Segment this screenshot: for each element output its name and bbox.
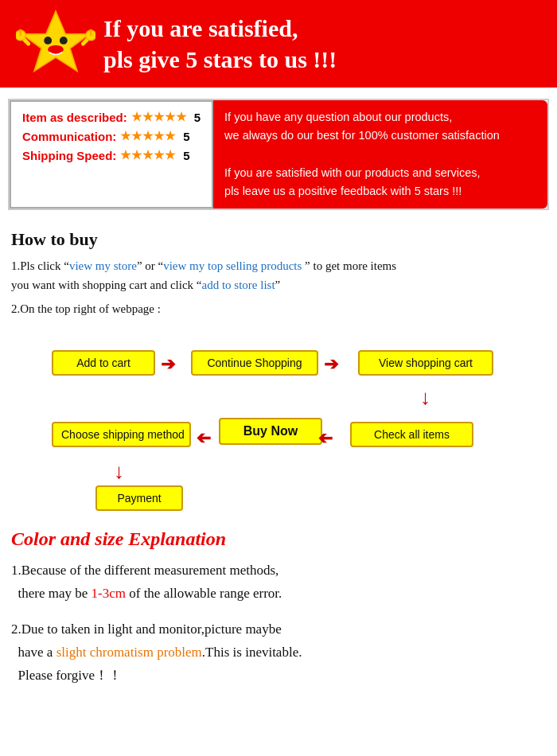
svg-marker-0 <box>21 11 89 71</box>
how-to-buy-step2: 2.On the top right of webpage : <box>11 299 546 318</box>
btn-buy-now[interactable]: Buy Now <box>219 418 322 445</box>
measurement-range: 1-3cm <box>92 586 126 601</box>
link-add-store-list[interactable]: add to store list <box>202 279 275 291</box>
link-top-selling[interactable]: view my top selling products <box>163 259 302 272</box>
feedback-line4: pls leave us a positive feedback with 5 … <box>224 182 536 201</box>
btn-view-cart[interactable]: View shopping cart <box>358 350 493 376</box>
how-to-buy-title: How to buy <box>11 229 546 250</box>
rating-num-communication: 5 <box>183 130 189 143</box>
feedback-line2: we always do our best for 100% customer … <box>224 127 536 145</box>
flow-diagram: Add to cart Continue Shopping View shopp… <box>8 342 549 509</box>
arrow-left-2-icon: ➔ <box>197 428 211 449</box>
header-text: If you are satisfied, pls give 5 stars t… <box>103 13 337 75</box>
stars-described: ★★★★★ <box>131 110 187 124</box>
chromatism-text: slight chromatism problem <box>56 645 202 660</box>
btn-continue-shopping[interactable]: Continue Shopping <box>191 350 318 376</box>
stars-communication: ★★★★★ <box>120 129 176 143</box>
color-explanation-section: Color and size Explanation 1.Because of … <box>0 520 557 707</box>
rating-num-described: 5 <box>194 111 201 124</box>
btn-check-items[interactable]: Check all items <box>350 422 473 447</box>
svg-point-1 <box>44 37 52 45</box>
stars-shipping: ★★★★★ <box>120 148 176 162</box>
feedback-line1: If you have any question about our produ… <box>224 108 536 127</box>
rating-num-shipping: 5 <box>183 149 189 162</box>
link-view-store[interactable]: view my store <box>69 259 137 272</box>
ratings-section: Item as described: ★★★★★ 5 Communication… <box>8 99 549 210</box>
arrow-down-1-icon: ↓ <box>420 386 430 410</box>
star-mascot-icon <box>16 8 95 80</box>
color-explanation-point2: 2.Due to taken in light and monitor,pict… <box>11 618 546 688</box>
feedback-box: If you have any question about our produ… <box>213 100 547 208</box>
arrow-left-1-icon: ➔ <box>318 428 333 449</box>
btn-add-cart[interactable]: Add to cart <box>52 350 155 376</box>
rating-row-described: Item as described: ★★★★★ 5 <box>22 110 201 124</box>
how-to-buy-section: How to buy 1.Pls click “view my store” o… <box>0 221 557 331</box>
header-banner: If you are satisfied, pls give 5 stars t… <box>0 0 557 88</box>
rating-label-described: Item as described: <box>22 111 127 124</box>
btn-payment[interactable]: Payment <box>95 485 183 511</box>
rating-row-communication: Communication: ★★★★★ 5 <box>22 129 201 143</box>
color-explanation-title: Color and size Explanation <box>11 528 546 550</box>
arrow-down-2-icon: ↓ <box>114 460 124 484</box>
ratings-box: Item as described: ★★★★★ 5 Communication… <box>10 100 213 208</box>
arrow-right-2-icon: ➔ <box>324 354 338 375</box>
svg-point-2 <box>60 37 68 45</box>
rating-label-shipping: Shipping Speed: <box>22 149 116 162</box>
rating-row-shipping: Shipping Speed: ★★★★★ 5 <box>22 148 201 162</box>
feedback-line3: If you are satisfied with our products a… <box>224 164 536 182</box>
arrow-right-1-icon: ➔ <box>161 354 175 375</box>
rating-label-communication: Communication: <box>22 130 116 143</box>
color-explanation-point1: 1.Because of the different measurement m… <box>11 559 546 606</box>
how-to-buy-step1: 1.Pls click “view my store” or “view my … <box>11 256 546 294</box>
btn-choose-shipping[interactable]: Choose shipping method <box>52 422 191 447</box>
